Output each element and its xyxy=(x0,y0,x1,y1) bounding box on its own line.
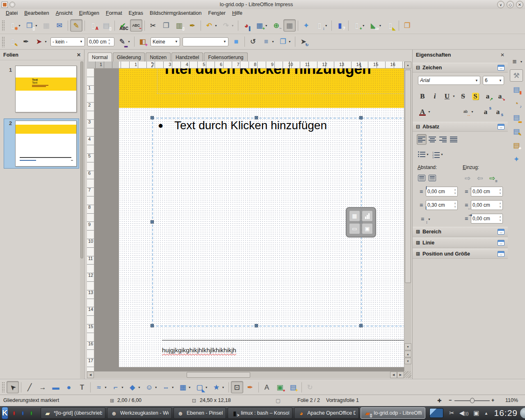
menu-ansicht[interactable]: Ansicht xyxy=(52,9,76,17)
display-grid-button[interactable]: ▦ xyxy=(283,19,296,32)
chevron-down-icon[interactable]: ▼ xyxy=(80,40,83,43)
taskbar-task[interactable]: ▮>limux : bash – Konsole xyxy=(228,407,292,419)
resize-grip[interactable] xyxy=(404,371,411,378)
paste-button[interactable]: ▥▯ xyxy=(173,19,185,32)
scroll-down-icon[interactable]: ▼ xyxy=(404,343,411,350)
line-style-select[interactable]: - kein -▼ xyxy=(50,37,85,46)
strikethrough-button[interactable]: S xyxy=(457,91,469,101)
resize-handle-sw[interactable] xyxy=(151,324,154,327)
collapse-icon[interactable]: ⊟ xyxy=(416,65,420,71)
flowchart-dropdown-icon[interactable]: ▼ xyxy=(188,386,191,389)
desktop-pager[interactable] xyxy=(429,408,443,418)
chevron-down-icon[interactable]: ▼ xyxy=(426,153,429,156)
tab-foliensortierung[interactable]: Foliensortierung xyxy=(204,52,247,62)
open-document-button[interactable]: ❒▯▼ xyxy=(23,19,39,32)
undo-button[interactable]: ↶▼ xyxy=(203,19,219,32)
slide-thumbnail-1[interactable]: Text Text xyxy=(15,66,77,112)
slides-panel-scrollbar[interactable] xyxy=(80,61,84,379)
line-color-dropdown-icon[interactable]: ▼ xyxy=(128,40,130,43)
send-email-button[interactable]: ✉ xyxy=(53,19,66,32)
first-line-indent-input[interactable]: 0,00 cm∧∨ xyxy=(471,214,503,224)
glue-points-button[interactable]: ✒ xyxy=(244,381,256,393)
flowchart-button[interactable]: ▦▼ xyxy=(177,381,193,393)
arrow-style-dropdown-icon[interactable]: ▼ xyxy=(44,40,47,43)
hanging-indent-button[interactable]: ⇨≡ xyxy=(486,173,498,183)
resize-handle-nw[interactable] xyxy=(151,116,154,119)
connector-button[interactable]: ⌐▼ xyxy=(110,381,126,393)
redo-dropdown-icon[interactable]: ▼ xyxy=(231,24,234,27)
position-groesse-dialog-icon[interactable]: ⋯ xyxy=(498,251,504,257)
collapse-icon[interactable]: ⊟ xyxy=(416,124,420,130)
symbol-shapes-dropdown-icon[interactable]: ▼ xyxy=(155,386,158,389)
chevron-down-icon[interactable]: ▼ xyxy=(428,218,431,221)
basic-shapes-button[interactable]: ◆▼ xyxy=(126,381,142,393)
indent-before-input[interactable]: 0,00 cm∧∨ xyxy=(471,187,503,196)
symbol-shapes-button[interactable]: ☺▼ xyxy=(143,381,159,393)
vertical-ruler[interactable]: 1234567891011121314151617 xyxy=(87,68,94,371)
vertical-scroll-thumb[interactable] xyxy=(405,70,411,283)
scroll-up-icon[interactable]: ▲ xyxy=(404,62,411,68)
duplicate-slide-button[interactable]: ❐ xyxy=(401,19,413,32)
menu-bearbeiten[interactable]: Bearbeiten xyxy=(21,9,52,17)
navigator-button[interactable]: ✦ xyxy=(300,19,313,32)
numbered-list-button[interactable]: 123▼ xyxy=(431,149,445,160)
arrange-button[interactable]: ❐▼ xyxy=(277,36,293,48)
insert-chart-button[interactable]: ◕▌ xyxy=(240,19,253,32)
taskbar-task[interactable]: ◕Apache OpenOffice Do xyxy=(294,407,359,419)
zoom-in-icon[interactable]: + xyxy=(491,397,494,403)
superscript-button[interactable]: as xyxy=(480,106,491,117)
document-modified-icon[interactable]: ▢ xyxy=(276,397,281,404)
gallery-tab[interactable]: ▤✦ xyxy=(510,139,523,151)
edit-file-button[interactable]: ✎ xyxy=(70,19,82,32)
toolbar-grip[interactable] xyxy=(2,382,5,393)
line-spacing-button[interactable]: ≡↕▼ xyxy=(417,214,432,224)
slide-transition-tab[interactable]: ▤▮ xyxy=(510,83,523,96)
zoom-page-dropdown-icon[interactable]: ▼ xyxy=(325,24,328,27)
pager-dot[interactable] xyxy=(30,411,32,415)
navigator-tab[interactable]: ✦ xyxy=(510,153,523,165)
fill-color-select[interactable]: ▼ xyxy=(183,37,228,46)
spacing-above-input[interactable]: 0,00 cm∧∨ xyxy=(426,187,458,196)
spacing-above-preset-button[interactable] xyxy=(417,173,427,183)
maximize-button[interactable]: ◇ xyxy=(507,1,514,8)
cut-button[interactable]: ✂ xyxy=(147,19,159,32)
zoom-slider-thumb[interactable] xyxy=(470,398,475,403)
tray-expand-icon[interactable]: ▲ xyxy=(484,411,488,415)
section-position-groesse-header[interactable]: ⊞Position und Größe⋯ xyxy=(413,249,508,259)
taskbar-task[interactable]: ▰▯lo-grid.odp - LibreOffic xyxy=(361,407,425,419)
char-spacing-button[interactable]: ab↔▼ xyxy=(460,106,475,117)
edit-points-mode-button[interactable]: ▯✎ xyxy=(7,36,19,48)
callouts-dropdown-icon[interactable]: ▼ xyxy=(205,386,208,389)
menu-extras[interactable]: Extras xyxy=(126,9,146,17)
slide-page[interactable]: Titel durch Klicken hinzufügen ●Text dur… xyxy=(119,68,404,367)
tab-handzettel[interactable]: Handzettel xyxy=(171,52,203,62)
clone-formatting-button[interactable]: ✒ xyxy=(186,19,199,32)
font-name-combo[interactable]: Arial▼ xyxy=(418,76,480,85)
select-button[interactable]: ➤ xyxy=(7,381,19,393)
bereich-dialog-icon[interactable]: ⋯ xyxy=(498,229,504,235)
tray-status-icon[interactable] xyxy=(520,408,525,418)
resize-handle-se[interactable] xyxy=(359,324,363,327)
scroll-left-icon[interactable]: ◀ xyxy=(390,372,397,378)
copy-button[interactable]: ❐ xyxy=(160,19,172,32)
insert-media-icon[interactable]: ▣ xyxy=(362,223,373,234)
rotation-mode-button[interactable]: ➤↻ xyxy=(297,36,310,48)
styles-tab[interactable]: ▤✎ xyxy=(510,125,523,137)
menu-einfgen[interactable]: Einfügen xyxy=(76,9,103,17)
undo-dropdown-icon[interactable]: ▼ xyxy=(215,24,217,27)
chevron-down-icon[interactable]: ▼ xyxy=(475,79,478,82)
insert-special-button[interactable]: ⊕~ xyxy=(270,19,283,32)
expand-icon[interactable]: ⊞ xyxy=(416,229,420,235)
vertical-scrollbar[interactable]: ▲ ▼ ▲ ▼ xyxy=(404,62,411,371)
section-absatz-header[interactable]: ⊟ Absatz ⋯ xyxy=(413,122,508,132)
pager-dot[interactable] xyxy=(22,411,24,415)
chevron-down-icon[interactable]: ▼ xyxy=(441,153,443,156)
shadow-text-button[interactable]: S xyxy=(470,91,481,101)
align-right-button[interactable] xyxy=(438,134,448,145)
styles-pen-button[interactable]: ✒ xyxy=(20,36,32,48)
insert-chart-icon[interactable] xyxy=(362,210,373,221)
export-pdf-button[interactable]: ▯A xyxy=(87,19,99,32)
curve-dropdown-icon[interactable]: ▼ xyxy=(104,386,107,389)
toolbar-grip[interactable] xyxy=(2,37,5,47)
fill-type-select[interactable]: Keine▼ xyxy=(151,37,180,46)
